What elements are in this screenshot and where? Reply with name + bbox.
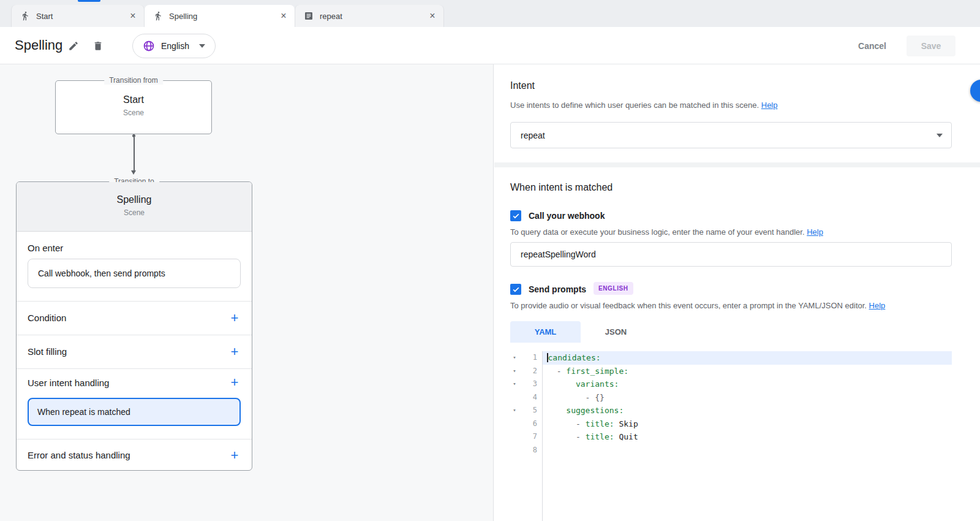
intent-heading: Intent	[510, 80, 535, 91]
scene-card-header[interactable]: Spelling Scene	[17, 182, 252, 232]
caret-down-icon	[199, 44, 205, 48]
code-line[interactable]: 5 suggestions:	[510, 404, 952, 417]
section-condition: Condition +	[28, 301, 242, 335]
language-selector[interactable]: English	[132, 34, 216, 58]
from-scene-name: Start	[56, 94, 211, 105]
fold-caret-icon[interactable]	[510, 391, 519, 405]
check-icon	[512, 212, 520, 220]
line-number: 2	[519, 365, 537, 378]
code-text[interactable]: candidates:	[542, 351, 952, 365]
code-text[interactable]: suggestions:	[542, 404, 952, 417]
code-line[interactable]: 3 variants:	[510, 378, 952, 391]
intent-help-link[interactable]: Help	[761, 101, 778, 110]
code-line[interactable]: 4 - {}	[510, 391, 952, 405]
code-line[interactable]: 1 candidates:	[510, 351, 952, 365]
intent-description-text: Use intents to define which user queries…	[510, 101, 759, 110]
code-text[interactable]: variants:	[542, 378, 952, 391]
transition-to-card: Transition to Spelling Scene On enter Ca…	[16, 181, 252, 471]
code-text[interactable]: - first_simple:	[542, 365, 952, 378]
line-number: 3	[519, 378, 537, 391]
fold-caret-icon[interactable]	[510, 417, 519, 431]
editor-tab-bar: Start × Spelling × repeat ×	[0, 0, 980, 27]
fold-caret-icon[interactable]	[510, 430, 519, 444]
section-label: Error and status handling	[28, 450, 130, 460]
line-number: 4	[519, 391, 537, 405]
on-enter-handler-label: Call webhook, then send prompts	[38, 268, 165, 278]
send-prompts-checkbox[interactable]	[510, 284, 521, 295]
code-text[interactable]: - title: Skip	[542, 417, 952, 431]
language-label: English	[161, 41, 189, 51]
add-error-handler-icon[interactable]: +	[227, 449, 242, 462]
section-label: Condition	[28, 313, 66, 323]
intent-handler-label: When repeat is matched	[37, 407, 130, 417]
fold-caret-icon[interactable]	[510, 378, 519, 391]
cancel-button[interactable]: Cancel	[848, 36, 897, 56]
tab-repeat[interactable]: repeat ×	[295, 5, 444, 27]
tab-label: Spelling	[169, 12, 274, 21]
editor-empty-area[interactable]	[510, 457, 952, 521]
arrow-head	[131, 170, 136, 175]
section-label: User intent handling	[28, 378, 109, 388]
intent-description: Use intents to define which user queries…	[510, 101, 778, 110]
to-scene-type: Scene	[17, 208, 252, 217]
intent-handler-item[interactable]: When repeat is matched	[28, 398, 241, 426]
tab-yaml[interactable]: YAML	[510, 321, 581, 343]
transition-from-card[interactable]: Transition from Start Scene	[55, 80, 212, 134]
fold-caret-icon[interactable]	[510, 365, 519, 378]
pencil-icon	[68, 40, 79, 51]
webhook-description: To query data or execute your business l…	[510, 227, 823, 237]
fold-caret-icon[interactable]	[510, 444, 519, 457]
transition-arrow	[131, 134, 137, 175]
trash-icon	[92, 40, 104, 51]
webhook-handler-input[interactable]: repeatSpellingWord	[510, 242, 952, 267]
send-prompts-label: Send prompts	[529, 284, 586, 294]
active-tab-indicator	[78, 0, 100, 2]
prompts-help-link[interactable]: Help	[869, 301, 886, 310]
tab-json[interactable]: JSON	[581, 321, 651, 343]
tab-spelling[interactable]: Spelling ×	[145, 5, 295, 27]
save-button[interactable]: Save	[907, 36, 956, 56]
prompts-description: To provide audio or visual feedback when…	[510, 301, 885, 310]
line-number: 1	[519, 351, 537, 365]
tab-label: Start	[36, 12, 123, 21]
close-icon[interactable]: ×	[426, 10, 439, 22]
scene-flow-canvas: Transition from Start Scene Transition t…	[0, 64, 494, 521]
close-icon[interactable]: ×	[277, 10, 290, 22]
code-line[interactable]: 6 - title: Skip	[510, 417, 952, 431]
webhook-help-link[interactable]: Help	[807, 227, 823, 237]
caret-down-icon	[937, 134, 943, 137]
rename-scene-button[interactable]	[62, 35, 85, 57]
intent-select[interactable]: repeat	[510, 122, 952, 148]
code-line[interactable]: 7 - title: Quit	[510, 430, 952, 444]
line-number: 6	[519, 417, 537, 431]
on-enter-handler[interactable]: Call webhook, then send prompts	[28, 259, 241, 288]
from-scene-type: Scene	[56, 108, 211, 117]
code-text[interactable]: - {}	[542, 391, 952, 405]
check-icon	[512, 286, 520, 294]
scene-icon	[153, 11, 163, 21]
add-intent-handler-icon[interactable]: +	[227, 376, 242, 389]
code-line[interactable]: 8	[510, 444, 952, 457]
delete-scene-button[interactable]	[87, 35, 109, 57]
section-error-status-handling: Error and status handling +	[28, 439, 242, 471]
scene-header: Spelling English Cancel Save	[0, 27, 980, 64]
section-separator	[494, 162, 980, 167]
language-badge: ENGLISH	[594, 282, 633, 295]
intent-select-value: repeat	[521, 131, 545, 140]
scene-title: Spelling	[15, 37, 62, 53]
add-condition-icon[interactable]: +	[227, 311, 242, 325]
to-scene-name: Spelling	[17, 194, 252, 205]
section-label: Slot filling	[28, 346, 67, 357]
code-text[interactable]	[542, 444, 952, 457]
yaml-editor[interactable]: 1 candidates: 2 - first_simple: 3 varian…	[510, 351, 952, 521]
fold-caret-icon[interactable]	[510, 404, 519, 417]
fold-caret-icon[interactable]	[510, 351, 519, 365]
webhook-label: Call your webhook	[529, 211, 605, 221]
code-line[interactable]: 2 - first_simple:	[510, 365, 952, 378]
webhook-checkbox[interactable]	[510, 210, 521, 221]
section-slot-filling: Slot filling +	[28, 335, 242, 368]
code-text[interactable]: - title: Quit	[542, 430, 952, 444]
add-slot-icon[interactable]: +	[227, 345, 242, 359]
close-icon[interactable]: ×	[127, 10, 139, 22]
tab-start[interactable]: Start ×	[11, 5, 145, 27]
